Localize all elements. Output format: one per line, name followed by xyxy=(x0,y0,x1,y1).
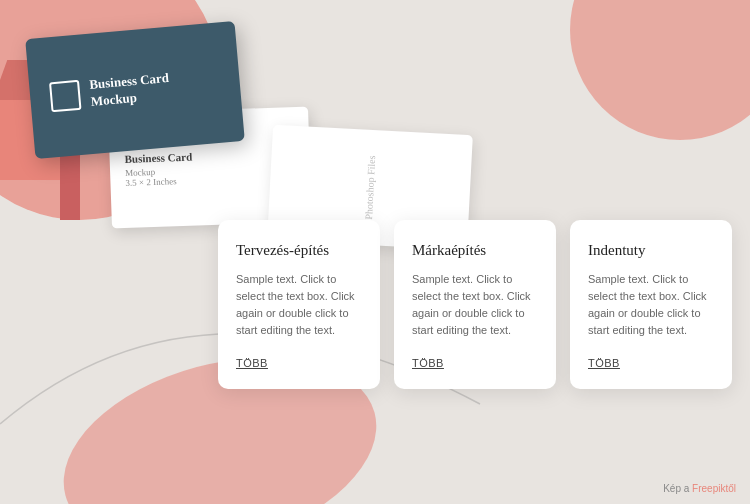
info-card-2-body: Sample text. Click to select the text bo… xyxy=(412,271,538,339)
attribution-prefix: Kép a xyxy=(663,483,692,494)
info-card-2-link[interactable]: TÖBB xyxy=(412,357,444,369)
background: Business Card Mockup Business Card Mocku… xyxy=(0,0,750,504)
business-card-dark: Business Card Mockup xyxy=(25,21,245,159)
info-card-3-title: Indentuty xyxy=(588,242,714,259)
info-card-1-body: Sample text. Click to select the text bo… xyxy=(236,271,362,339)
photoshop-files-text: Photoshop Files xyxy=(363,155,377,220)
info-card-1: Tervezés-építés Sample text. Click to se… xyxy=(218,220,380,389)
attribution-text: Kép a Freepiktől xyxy=(663,483,736,494)
info-card-1-link[interactable]: TÖBB xyxy=(236,357,268,369)
attribution-link[interactable]: Freepiktől xyxy=(692,483,736,494)
card-logo-icon xyxy=(49,80,82,113)
card-dark-title: Business Card Mockup xyxy=(89,70,171,111)
info-card-3: Indentuty Sample text. Click to select t… xyxy=(570,220,732,389)
info-card-1-title: Tervezés-építés xyxy=(236,242,362,259)
decorative-shape-top-right xyxy=(570,0,750,140)
info-card-2: Márkaépítés Sample text. Click to select… xyxy=(394,220,556,389)
info-card-3-link[interactable]: TÖBB xyxy=(588,357,620,369)
info-card-2-title: Márkaépítés xyxy=(412,242,538,259)
info-card-3-body: Sample text. Click to select the text bo… xyxy=(588,271,714,339)
